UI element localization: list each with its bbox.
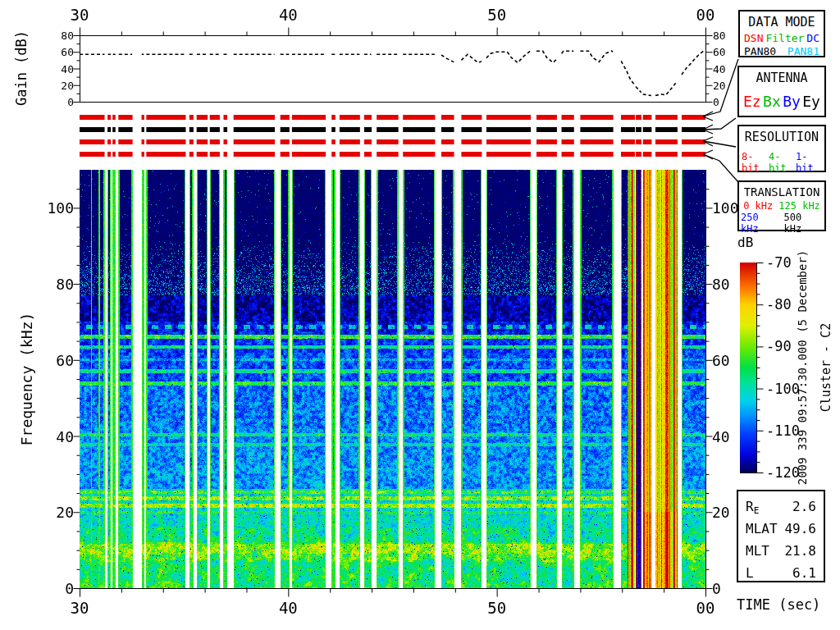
colorbar-gradient bbox=[740, 262, 756, 472]
data-mode-box: DATA MODE DSNFilterDCPAN80PAN81 bbox=[738, 10, 825, 57]
status-option-row: 8-bit4-bit1-bit bbox=[739, 151, 824, 174]
resolution-options: 8-bit4-bit1-bit bbox=[739, 151, 824, 174]
frequency-axis-title: Frequency (kHz) bbox=[18, 313, 35, 446]
time-axis-title: TIME (sec) bbox=[737, 596, 820, 613]
data-mode-title: DATA MODE bbox=[740, 11, 824, 30]
status-option: By bbox=[783, 93, 801, 110]
antenna-box: ANTENNA EzBxByEy bbox=[737, 66, 826, 117]
status-option: 4-bit bbox=[769, 151, 795, 174]
spacecraft-label: Cluster - C2 bbox=[819, 323, 833, 412]
ephemeris-value: 49.6 bbox=[784, 518, 816, 540]
translation-title: TRANSLATION bbox=[739, 182, 824, 199]
status-option: Filter bbox=[765, 32, 804, 44]
colorbar-units-label: dB bbox=[737, 235, 753, 250]
status-option-row: 0 kHz125 kHz bbox=[739, 200, 824, 212]
status-option-row: DSNFilterDC bbox=[740, 32, 824, 44]
status-option: Ez bbox=[743, 93, 761, 110]
wbd-spectrogram-figure: 3030404050500000002020404060608080002020… bbox=[0, 0, 840, 630]
gain-plot-canvas bbox=[80, 35, 705, 102]
status-option: 250 kHz bbox=[741, 212, 780, 235]
ephemeris-row-mlt: MLT 21.8 bbox=[738, 540, 824, 562]
antenna-title: ANTENNA bbox=[739, 67, 824, 85]
ephemeris-label: MLT bbox=[746, 540, 769, 562]
status-option: 1-bit bbox=[796, 151, 822, 174]
ephemeris-label: MLAT bbox=[746, 518, 778, 540]
status-option: 0 kHz bbox=[743, 200, 773, 212]
timestamp-label: 2009 339 09:57:30.000 (5 December) bbox=[796, 250, 809, 486]
ephemeris-value: 2.6 bbox=[792, 495, 816, 518]
ephemeris-box: RE 2.6 MLAT 49.6 MLT 21.8 L 6.1 bbox=[737, 490, 825, 582]
ephemeris-row-l: L 6.1 bbox=[738, 562, 824, 584]
resolution-title: RESOLUTION bbox=[739, 126, 824, 144]
ephemeris-label: L bbox=[746, 562, 754, 584]
status-option: 8-bit bbox=[742, 151, 768, 174]
status-bars-canvas bbox=[80, 115, 705, 158]
resolution-box: RESOLUTION 8-bit4-bit1-bit bbox=[737, 125, 826, 172]
gain-axis-title: Gain (dB) bbox=[13, 30, 30, 106]
ephemeris-label: RE bbox=[746, 495, 759, 518]
status-option-row: PAN80PAN81 bbox=[740, 45, 824, 57]
status-option: 125 kHz bbox=[778, 200, 820, 212]
antenna-options: EzBxByEy bbox=[739, 93, 824, 110]
status-option: DC bbox=[806, 32, 819, 44]
ephemeris-row-re: RE 2.6 bbox=[738, 495, 824, 518]
translation-options: 0 kHz125 kHz250 kHz500 kHz bbox=[739, 200, 824, 235]
status-option: Ey bbox=[802, 93, 820, 110]
status-option: PAN81 bbox=[788, 45, 819, 57]
data-mode-options: DSNFilterDCPAN80PAN81 bbox=[740, 32, 824, 57]
status-option: DSN bbox=[744, 32, 763, 44]
spectrogram-canvas bbox=[80, 170, 705, 588]
ephemeris-row-mlat: MLAT 49.6 bbox=[738, 518, 824, 540]
status-option: PAN80 bbox=[744, 45, 776, 57]
ephemeris-value: 6.1 bbox=[792, 562, 816, 584]
ephemeris-value: 21.8 bbox=[784, 540, 816, 562]
status-option: 500 kHz bbox=[784, 212, 824, 235]
status-option-row: EzBxByEy bbox=[739, 93, 824, 110]
status-option-row: 250 kHz500 kHz bbox=[739, 212, 824, 235]
translation-box: TRANSLATION 0 kHz125 kHz250 kHz500 kHz bbox=[737, 180, 826, 231]
status-option: Bx bbox=[763, 93, 781, 110]
